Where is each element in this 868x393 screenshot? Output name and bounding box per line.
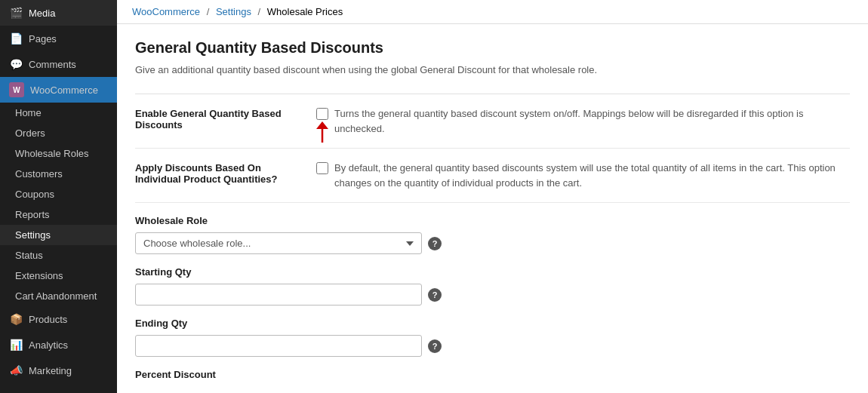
breadcrumb-sep-2: /: [258, 6, 261, 17]
sidebar-item-wholesale-roles[interactable]: Wholesale Roles: [0, 143, 117, 164]
sidebar-item-pages[interactable]: 📄 Pages: [0, 26, 117, 51]
ending-qty-help-icon[interactable]: ?: [428, 339, 442, 353]
apply-description: By default, the general quantity based d…: [334, 161, 850, 190]
sidebar-item-label: Comments: [29, 59, 76, 70]
apply-label: Apply Discounts Based On Individual Prod…: [135, 161, 301, 185]
starting-qty-help-icon[interactable]: ?: [428, 288, 442, 302]
sidebar-item-status[interactable]: Status: [0, 245, 117, 266]
woo-logo: W: [9, 82, 24, 97]
sidebar-item-label: Analytics: [29, 339, 68, 351]
sidebar-item-comments[interactable]: 💬 Comments: [0, 51, 117, 77]
sidebar-item-label: Cart Abandonment: [15, 290, 97, 302]
starting-qty-input[interactable]: [135, 284, 422, 305]
sidebar-item-label: Products: [29, 314, 67, 325]
sidebar-item-media[interactable]: 🎬 Media: [0, 0, 117, 26]
starting-qty-label: Starting Qty: [135, 266, 850, 278]
wholesale-role-help-icon[interactable]: ?: [428, 237, 442, 250]
enable-description: Turns the general quantity based discoun…: [334, 106, 850, 136]
apply-control: By default, the general quantity based d…: [316, 161, 850, 190]
sidebar-item-label: Status: [15, 250, 43, 261]
media-icon: 🎬: [9, 6, 23, 20]
wholesale-role-field: Wholesale Role Choose wholesale role... …: [135, 215, 850, 254]
apply-setting-row: Apply Discounts Based On Individual Prod…: [135, 149, 850, 203]
content-area: General Quantity Based Discounts Give an…: [117, 24, 868, 393]
main-content: WooCommerce / Settings / Wholesale Price…: [117, 0, 868, 393]
sidebar-item-reports[interactable]: Reports: [0, 204, 117, 225]
sidebar-item-label: Reports: [15, 209, 50, 220]
pages-icon: 📄: [9, 32, 23, 45]
wholesale-role-select[interactable]: Choose wholesale role...: [135, 232, 422, 254]
ending-qty-label: Ending Qty: [135, 318, 850, 329]
sidebar-item-orders[interactable]: Orders: [0, 123, 117, 143]
settings-table: Enable General Quantity Based Discounts …: [135, 94, 850, 203]
enable-label: Enable General Quantity Based Discounts: [135, 106, 301, 130]
breadcrumb-woocommerce-link[interactable]: WooCommerce: [132, 6, 200, 17]
sidebar-item-home[interactable]: Home: [0, 103, 117, 123]
sidebar-item-coupons[interactable]: Coupons: [0, 184, 117, 204]
breadcrumb-current: Wholesale Prices: [267, 6, 343, 17]
ending-qty-field-row: ?: [135, 335, 850, 357]
ending-qty-input[interactable]: [135, 335, 422, 357]
sidebar-item-settings[interactable]: Settings: [0, 225, 117, 245]
sidebar-item-label: Home: [15, 107, 42, 118]
breadcrumb: WooCommerce / Settings / Wholesale Price…: [117, 0, 868, 24]
sidebar-item-cart-abandonment[interactable]: Cart Abandonment: [0, 286, 117, 306]
sidebar-item-marketing[interactable]: 📣 Marketing: [0, 358, 117, 383]
ending-qty-field: Ending Qty ?: [135, 318, 850, 357]
wholesale-role-section: Wholesale Role Choose wholesale role... …: [135, 215, 850, 380]
products-icon: 📦: [9, 312, 23, 326]
enable-checkbox-wrapper: [316, 106, 328, 122]
sidebar-item-woocommerce[interactable]: W WooCommerce: [0, 77, 117, 103]
page-title: General Quantity Based Discounts: [135, 39, 850, 57]
sidebar-item-extensions[interactable]: Extensions: [0, 266, 117, 286]
sidebar-item-label: Settings: [15, 229, 51, 241]
starting-qty-field-row: ?: [135, 284, 850, 305]
svg-marker-1: [316, 121, 328, 129]
arrow-indicator: [316, 121, 330, 146]
sidebar-item-label: Media: [29, 8, 55, 19]
sidebar-item-analytics[interactable]: 📊 Analytics: [0, 332, 117, 358]
breadcrumb-sep-1: /: [207, 6, 210, 17]
wholesale-role-field-row: Choose wholesale role... ?: [135, 232, 850, 254]
apply-checkbox[interactable]: [316, 162, 328, 174]
sidebar-item-label: WooCommerce: [30, 84, 98, 96]
comments-icon: 💬: [9, 57, 23, 71]
percent-discount-label: Percent Discount: [135, 369, 850, 380]
analytics-icon: 📊: [9, 338, 23, 352]
percent-discount-field: Percent Discount: [135, 369, 850, 380]
sidebar-item-products[interactable]: 📦 Products: [0, 306, 117, 332]
wholesale-role-label: Wholesale Role: [135, 215, 850, 226]
sidebar-item-label: Extensions: [15, 270, 63, 281]
sidebar-item-label: Pages: [29, 33, 57, 45]
sidebar-item-label: Coupons: [15, 189, 54, 200]
sidebar: 🎬 Media 📄 Pages 💬 Comments W WooCommerce…: [0, 0, 117, 393]
enable-setting-row: Enable General Quantity Based Discounts …: [135, 94, 850, 149]
sidebar-item-label: Orders: [15, 127, 45, 139]
enable-checkbox[interactable]: [316, 108, 328, 120]
starting-qty-field: Starting Qty ?: [135, 266, 850, 305]
sidebar-item-label: Customers: [15, 168, 63, 180]
enable-control: Turns the general quantity based discoun…: [316, 106, 850, 136]
page-description: Give an additional quantity based discou…: [135, 64, 850, 75]
sidebar-item-customers[interactable]: Customers: [0, 164, 117, 184]
breadcrumb-settings-link[interactable]: Settings: [216, 6, 251, 17]
marketing-icon: 📣: [9, 364, 23, 377]
sidebar-item-label: Marketing: [29, 365, 72, 376]
sidebar-item-label: Wholesale Roles: [15, 148, 89, 159]
